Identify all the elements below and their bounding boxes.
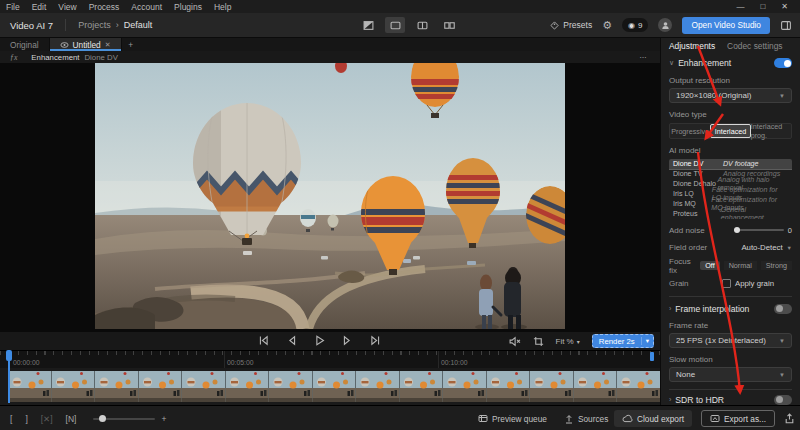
split-view-icon[interactable]	[358, 17, 378, 33]
gear-icon[interactable]: ⚙	[602, 20, 612, 31]
timecode-label: 00:10:00	[441, 359, 467, 366]
trim-out-button[interactable]: ]	[25, 414, 27, 424]
model-proteus[interactable]: ProteusGeneral enhancement	[669, 209, 792, 219]
timeline-zoom-slider[interactable]: +	[93, 414, 166, 424]
tab-untitled[interactable]: Untitled ✕	[50, 38, 122, 51]
video-ai-app: File Edit View Process Account Plugins H…	[0, 0, 800, 430]
window-controls: — □ ✕	[736, 2, 800, 11]
focus-fix-row: Focus fix Off Normal Strong	[669, 258, 792, 273]
menu-edit[interactable]: Edit	[26, 2, 53, 12]
export-actions: Cloud export Export as...	[614, 406, 795, 430]
skip-start-icon[interactable]	[258, 335, 269, 346]
render-button[interactable]: Render 2s ▾	[592, 334, 654, 348]
slow-motion-dropdown[interactable]: None ▼	[669, 367, 792, 382]
add-noise-slider[interactable]	[734, 229, 784, 231]
video-type-progressive[interactable]: Progressive	[670, 124, 710, 138]
model-dione-dv[interactable]: Dione DVDV footage	[669, 159, 792, 169]
avatar[interactable]	[658, 18, 672, 32]
timeline-end-marker[interactable]	[650, 352, 654, 361]
add-noise-knob[interactable]	[734, 227, 740, 233]
breadcrumb-projects[interactable]: Projects	[78, 20, 111, 30]
preview-queue-button[interactable]: Preview queue	[478, 414, 547, 424]
output-resolution-dropdown[interactable]: 1920×1080 (Original) ▼	[669, 88, 792, 103]
output-resolution-label: Output resolution	[669, 76, 792, 85]
menu-process[interactable]: Process	[83, 2, 126, 12]
ruler-ticks	[0, 351, 660, 355]
video-type-interlaced[interactable]: Interlaced	[710, 124, 750, 138]
filmstrip-thumbnails	[8, 371, 660, 402]
sources-button[interactable]: Sources	[564, 414, 608, 424]
render-caret-icon[interactable]: ▾	[641, 337, 653, 345]
chevron-down-icon: ∨	[669, 59, 674, 67]
panel-toggle-icon[interactable]	[780, 20, 792, 31]
zoom-in-button[interactable]: +	[161, 414, 166, 424]
video-type-interlaced-prog[interactable]: Interlaced prog.	[751, 124, 791, 138]
more-options-icon[interactable]: ⋯	[639, 53, 648, 62]
mute-speaker-icon[interactable]	[509, 336, 521, 347]
timecode-label: 00:00:00	[13, 359, 39, 366]
credits-badge[interactable]: ◉ 9	[622, 18, 648, 32]
playhead-line	[8, 361, 10, 403]
step-forward-icon[interactable]	[342, 335, 353, 346]
open-video-studio-button[interactable]: Open Video Studio	[682, 17, 770, 34]
filter-model: Dione DV	[84, 53, 117, 62]
sdr-to-hdr-toggle[interactable]	[774, 395, 792, 405]
playhead-handle[interactable]	[6, 350, 12, 361]
enhancement-section-header[interactable]: ∨ Enhancement	[669, 56, 792, 70]
ai-model-list: Dione DVDV footage Dione TVAnalog record…	[669, 159, 792, 219]
skip-end-icon[interactable]	[370, 335, 381, 346]
timeline-ruler[interactable]: 00:00:00 00:05:00 00:10:00	[0, 350, 660, 368]
timeline-filmstrip[interactable]	[0, 368, 660, 405]
add-noise-row: Add noise 0	[669, 224, 792, 236]
tab-codec-settings[interactable]: Codec settings	[727, 41, 782, 51]
toolbar-right: Presets ⚙ ◉ 9 Open Video Studio	[550, 17, 800, 34]
menu-bar: File Edit View Process Account Plugins H…	[0, 0, 800, 13]
fit-zoom-dropdown[interactable]: Fit % ▾	[556, 337, 580, 346]
frame-interpolation-header[interactable]: › Frame interpolation	[669, 302, 792, 315]
frame-rate-dropdown[interactable]: 25 FPS (1x Deinterlaced) ▼	[669, 333, 792, 348]
focus-fix-normal[interactable]: Normal	[724, 261, 757, 270]
crop-icon[interactable]	[533, 336, 544, 347]
zoom-slider-knob[interactable]	[99, 415, 106, 422]
dual-view-icon[interactable]	[439, 17, 459, 33]
tab-adjustments[interactable]: Adjustments	[669, 41, 715, 51]
tab-original[interactable]: Original	[0, 38, 50, 51]
frame-interpolation-toggle[interactable]	[774, 304, 792, 314]
focus-fix-strong[interactable]: Strong	[761, 261, 792, 270]
export-as-button[interactable]: Export as...	[701, 410, 775, 427]
sdr-to-hdr-header[interactable]: › SDR to HDR	[669, 393, 792, 405]
cloud-icon	[622, 414, 633, 423]
share-icon[interactable]	[784, 413, 795, 424]
zoom-slider-track[interactable]	[93, 418, 155, 420]
ai-model-label: AI model	[669, 146, 792, 155]
close-tab-icon[interactable]: ✕	[105, 41, 111, 49]
menu-view[interactable]: View	[52, 2, 82, 12]
clear-trim-button[interactable]: [✕]	[41, 414, 53, 424]
enhancement-toggle[interactable]	[774, 58, 792, 68]
add-tab-button[interactable]: +	[122, 38, 140, 51]
menu-help[interactable]: Help	[208, 2, 237, 12]
focus-fix-off[interactable]: Off	[700, 261, 719, 270]
grain-row: Grain Apply grain	[669, 278, 792, 289]
side-by-side-view-icon[interactable]	[412, 17, 432, 33]
apply-grain-checkbox[interactable]	[722, 279, 731, 288]
preview-area[interactable]	[0, 63, 660, 332]
view-mode-group	[358, 17, 459, 33]
close-button[interactable]: ✕	[781, 2, 788, 11]
menu-file[interactable]: File	[0, 2, 26, 12]
play-icon[interactable]	[314, 335, 325, 346]
export-as-icon	[710, 414, 720, 423]
field-order-dropdown[interactable]: Auto-Detect ▼	[741, 243, 792, 252]
presets-button[interactable]: Presets	[550, 20, 592, 30]
menu-account[interactable]: Account	[125, 2, 168, 12]
trim-in-button[interactable]: [	[10, 414, 12, 424]
timecode-label: 00:05:00	[227, 359, 253, 366]
step-back-icon[interactable]	[286, 335, 297, 346]
single-view-icon[interactable]	[385, 17, 405, 33]
maximize-button[interactable]: □	[760, 2, 765, 11]
minimize-button[interactable]: —	[736, 2, 744, 11]
credits-icon: ◉	[628, 21, 635, 30]
loop-section-button[interactable]: [N]	[66, 414, 77, 424]
menu-plugins[interactable]: Plugins	[168, 2, 208, 12]
cloud-export-button[interactable]: Cloud export	[614, 410, 692, 427]
